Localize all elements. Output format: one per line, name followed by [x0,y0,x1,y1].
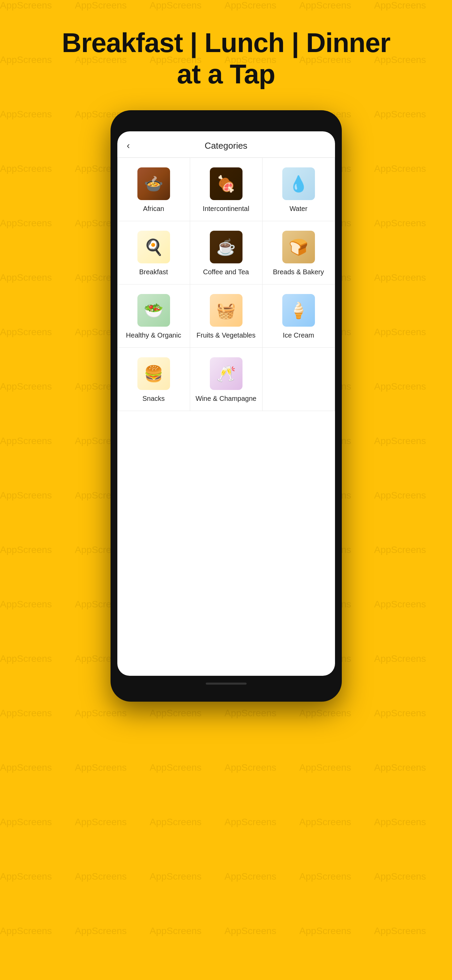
ice-cream-label: Ice Cream [282,331,314,339]
phone-frame: ‹ Categories 🍲African🍖Intercontinental💧W… [111,110,342,702]
category-breads-bakery[interactable]: 🍞Breads & Bakery [263,221,335,284]
category-breakfast[interactable]: 🍳Breakfast [118,221,190,284]
wine-champagne-image: 🥂 [210,357,243,390]
coffee-tea-label: Coffee and Tea [203,268,249,276]
screen-title: Categories [205,140,247,151]
back-button[interactable]: ‹ [125,140,134,152]
coffee-tea-image: ☕ [210,231,243,263]
hero-section: Breakfast | Lunch | Dinner at a Tap [0,0,452,110]
category-water[interactable]: 💧Water [263,158,335,221]
water-label: Water [289,205,308,213]
healthy-organic-label: Healthy & Organic [126,331,181,339]
ice-cream-image: 🍦 [282,294,315,327]
empty-category-cell [263,348,335,411]
wine-champagne-label: Wine & Champagne [195,395,257,402]
categories-grid: 🍲African🍖Intercontinental💧Water🍳Breakfas… [117,158,335,411]
breakfast-image: 🍳 [137,231,170,263]
category-snacks[interactable]: 🍔Snacks [118,348,190,411]
breads-bakery-label: Breads & Bakery [273,268,324,276]
category-fruits-vegetables[interactable]: 🧺Fruits & Vegetables [190,285,262,347]
phone-wrapper: ‹ Categories 🍲African🍖Intercontinental💧W… [0,110,452,736]
fruits-vegetables-label: Fruits & Vegetables [197,331,255,339]
hero-title: Breakfast | Lunch | Dinner at a Tap [14,27,438,90]
category-wine-champagne[interactable]: 🥂Wine & Champagne [190,348,262,411]
snacks-image: 🍔 [137,357,170,390]
category-african[interactable]: 🍲African [118,158,190,221]
category-intercontinental[interactable]: 🍖Intercontinental [190,158,262,221]
snacks-label: Snacks [143,395,165,402]
healthy-organic-image: 🥗 [137,294,170,327]
african-image: 🍲 [137,167,170,200]
water-image: 💧 [282,167,315,200]
intercontinental-image: 🍖 [210,167,243,200]
intercontinental-label: Intercontinental [203,205,249,213]
phone-screen: ‹ Categories 🍲African🍖Intercontinental💧W… [117,131,335,676]
phone-bottom-bar [206,682,247,685]
screen-header: ‹ Categories [117,131,335,158]
breakfast-label: Breakfast [139,268,168,276]
breads-bakery-image: 🍞 [282,231,315,263]
category-healthy-organic[interactable]: 🥗Healthy & Organic [118,285,190,347]
african-label: African [143,205,164,213]
phone-notch [195,121,257,129]
fruits-vegetables-image: 🧺 [210,294,243,327]
category-ice-cream[interactable]: 🍦Ice Cream [263,285,335,347]
category-coffee-tea[interactable]: ☕Coffee and Tea [190,221,262,284]
